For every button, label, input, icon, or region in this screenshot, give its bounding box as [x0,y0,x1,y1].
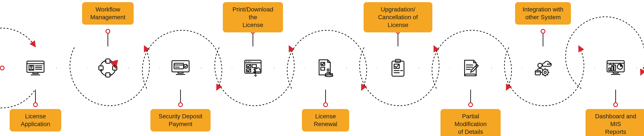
svg-point-15 [106,29,110,33]
svg-line-73 [547,70,548,70]
svg-rect-82 [614,65,616,71]
process-diagram: License Application Workflow Management … [0,0,644,136]
svg-line-70 [542,70,543,70]
step-node-security-deposit-payment [159,46,202,90]
svg-point-0 [0,66,4,70]
step-label: Upgradation/ Cancellation of License [364,2,432,32]
svg-point-63 [538,63,542,67]
step-label: Print/Download the License [223,2,283,32]
step-node-license-application [14,46,57,90]
step-node-print-download-license [232,46,274,90]
document-stamp-icon [314,56,337,80]
step-node-partial-modification [449,46,492,90]
step-node-integration-other-system [522,46,564,90]
step-label-text: Workflow Management [90,6,125,21]
step-label-text: Print/Download the License [229,6,277,29]
step-node-license-renewal [304,46,347,90]
svg-rect-74 [535,71,540,75]
svg-line-72 [542,74,543,75]
step-node-workflow-management [86,46,129,90]
svg-point-42 [248,61,248,62]
svg-rect-33 [178,72,183,73]
step-label-text: Integration with other System [522,6,564,21]
svg-rect-81 [611,66,613,71]
step-node-upgradation-cancellation [376,46,420,90]
step-label-text: Upgradation/ Cancellation of License [370,6,426,29]
step-label: Integration with other System [515,2,571,25]
svg-point-10 [614,103,618,107]
step-label: License Application [10,109,61,131]
edit-document-pencil-icon [459,56,482,80]
svg-point-22 [30,66,32,67]
step-label-text: License Renewal [314,112,337,128]
svg-rect-39 [245,60,261,73]
workflow-cycle-icon [96,56,120,80]
step-label: Partial Modification of Details [440,109,501,136]
svg-rect-80 [609,68,610,71]
svg-rect-45 [252,64,256,67]
application-form-monitor-icon [24,56,47,80]
step-label-text: Partial Modification of Details [446,112,495,136]
svg-point-6 [34,103,38,107]
clipboard-check-icon [386,56,410,80]
svg-point-7 [178,103,182,107]
svg-rect-26 [33,72,38,74]
step-label-text: Security Deposit Payment [158,112,202,128]
select-download-screen-icon [241,56,265,80]
svg-rect-29 [106,73,110,77]
svg-point-62 [550,64,550,64]
step-label-text: License Application [21,112,50,128]
step-label-text: Dashboard and MIS Reports [592,112,640,136]
svg-point-65 [544,71,546,74]
svg-point-43 [250,61,250,62]
svg-rect-28 [106,59,110,63]
step-label: Workflow Management [82,2,134,25]
svg-point-60 [548,64,548,64]
step-label: Security Deposit Payment [150,109,210,131]
svg-point-49 [325,75,333,77]
online-payment-monitor-icon [169,56,192,80]
svg-point-18 [541,29,545,33]
svg-rect-48 [321,67,325,70]
svg-point-61 [549,64,549,64]
svg-point-41 [246,61,247,62]
step-label: License Renewal [302,109,349,131]
svg-rect-77 [613,72,618,73]
dashboard-analytics-monitor-icon [604,56,628,80]
svg-rect-35 [174,63,184,69]
integration-cloud-gear-icon [531,56,555,80]
step-node-dashboard-mis-reports [594,46,637,90]
step-label: Dashboard and MIS Reports [586,109,644,136]
svg-line-71 [547,74,548,75]
svg-point-9 [469,103,472,107]
svg-point-8 [324,103,328,107]
